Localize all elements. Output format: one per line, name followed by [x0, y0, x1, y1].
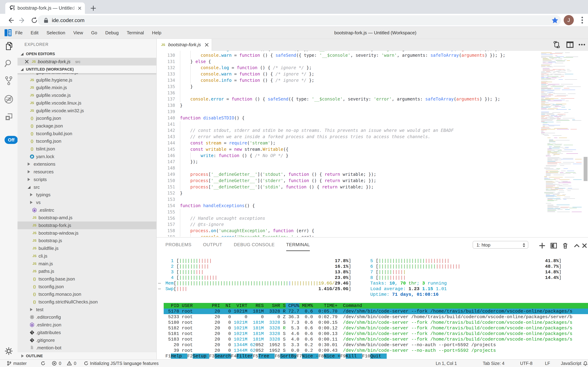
tree-item-.editorconfig[interactable]: .editorconfig [17, 313, 156, 321]
tree-item-.mention-bot[interactable]: .mention-bot [17, 344, 156, 352]
explorer-icon[interactable] [4, 41, 14, 51]
tree-item-src[interactable]: src [17, 183, 156, 191]
menu-terminal[interactable]: Terminal [123, 27, 148, 39]
reload-icon[interactable] [31, 17, 38, 24]
branch-name[interactable]: master [13, 360, 27, 367]
tree-item-gulpfile.hygiene.js[interactable]: JSgulpfile.hygiene.js [17, 76, 156, 84]
source-control-icon[interactable] [4, 76, 14, 85]
panel-tab-output[interactable]: OUTPUT [203, 238, 222, 252]
section-open-editors[interactable]: OPEN EDITORS [17, 50, 156, 58]
forward-icon[interactable] [19, 17, 26, 24]
tree-item-resources[interactable]: resources [17, 168, 156, 176]
code-editor[interactable]: 129console.log = function () { safeSend(… [157, 51, 540, 237]
tree-item-.gitattributes[interactable]: .gitattributes [17, 329, 156, 336]
tree-item-vs[interactable]: vs [17, 199, 156, 206]
tree-item-yarn.lock[interactable]: yarn.lock [17, 153, 156, 160]
tree-item-gulpfile.vscode.linux.js[interactable]: JSgulpfile.vscode.linux.js [17, 99, 156, 107]
editor-tab-close-icon[interactable] [204, 42, 209, 47]
tree-item-gulpfile.vscode.js[interactable]: JSgulpfile.vscode.js [17, 92, 156, 99]
notifications-bell-icon[interactable] [583, 361, 588, 366]
tab-size[interactable]: Tab Size: 4 [483, 360, 505, 367]
search-icon[interactable] [4, 58, 14, 68]
tree-item-test[interactable]: test [17, 306, 156, 313]
tree-item-paths.js[interactable]: JSpaths.js [17, 267, 156, 275]
tree-item-main.js[interactable]: JSmain.js [17, 260, 156, 267]
menu-debug[interactable]: Debug [101, 27, 123, 39]
eol[interactable]: LF [545, 360, 550, 367]
panel-tab-terminal[interactable]: TERMINAL [286, 238, 310, 251]
tree-item-jsconfig.json[interactable]: {}jsconfig.json [17, 114, 156, 122]
tree-item-bootstrap-amd.js[interactable]: JSbootstrap-amd.js [17, 214, 156, 222]
tree-item-tsconfig.build.json[interactable]: {}tsconfig.build.json [17, 130, 156, 137]
off-badge[interactable]: Off [5, 136, 18, 144]
tree-item-extensions[interactable]: extensions [17, 160, 156, 168]
tree-item-tsconfig.json[interactable]: {}tsconfig.json [17, 283, 156, 291]
tree-item-typings[interactable]: typings [17, 191, 156, 199]
terminal-htop[interactable]: 1 [|||||||||||| 17.8%] 5 [||||||||||||||… [157, 252, 588, 360]
bookmark-star-icon[interactable] [551, 17, 559, 24]
section-outline[interactable]: OUTLINE [17, 352, 156, 360]
cursor-position[interactable]: Ln 1, Col 1 [436, 360, 457, 367]
open-editor-row[interactable]: JS bootstrap-fork.js src [17, 58, 156, 66]
panel-tab-problems[interactable]: PROBLEMS [166, 238, 191, 252]
tree-item-tsconfig.base.json[interactable]: {}tsconfig.base.json [17, 275, 156, 283]
tree-item-gulpfile.vscode.win32.js[interactable]: JSgulpfile.vscode.win32.js [17, 107, 156, 115]
errors-count[interactable]: 0 [59, 360, 61, 367]
tree-item-bootstrap-fork.js[interactable]: JSbootstrap-fork.js [17, 222, 156, 229]
close-panel-icon[interactable] [581, 242, 588, 249]
split-terminal-icon[interactable] [550, 242, 557, 249]
errors-icon[interactable] [52, 361, 57, 366]
tree-item-tsconfig.monaco.json[interactable]: {}tsconfig.monaco.json [17, 290, 156, 298]
tree-item-buildfile.js[interactable]: JSbuildfile.js [17, 244, 156, 252]
open-changes-icon[interactable] [553, 41, 561, 49]
menu-file[interactable]: File [11, 27, 27, 39]
tab-close-icon[interactable] [77, 5, 83, 11]
browser-menu-icon[interactable] [579, 16, 586, 24]
kill-terminal-icon[interactable] [562, 242, 569, 249]
tree-item-bootstrap.js[interactable]: JSbootstrap.js [17, 237, 156, 244]
menu-view[interactable]: View [69, 27, 87, 39]
warnings-count[interactable]: 0 [74, 360, 76, 367]
warnings-icon[interactable] [67, 361, 72, 366]
omnibox[interactable]: ide.coder.com [38, 15, 561, 25]
sync-icon[interactable] [41, 361, 46, 366]
terminal-select[interactable]: 1: htop [473, 241, 528, 249]
url-text[interactable]: ide.coder.com [52, 15, 84, 25]
editor-tab-active[interactable]: JS bootstrap-fork.js [157, 39, 212, 51]
new-tab-button[interactable] [90, 5, 97, 12]
tree-item-.eslintrc.json[interactable]: .eslintrc.json [17, 321, 156, 329]
editor-more-actions-icon[interactable] [578, 41, 586, 49]
close-editor-icon[interactable] [24, 59, 29, 64]
debug-icon[interactable] [4, 94, 14, 104]
tree-item-tsconfig.json[interactable]: {}tsconfig.json [17, 137, 156, 145]
editor-scrollbar[interactable] [584, 157, 588, 181]
new-terminal-icon[interactable] [539, 242, 546, 249]
split-editor-icon[interactable] [566, 41, 574, 49]
tree-item-bootstrap-window.js[interactable]: JSbootstrap-window.js [17, 229, 156, 237]
minimap-line [567, 171, 574, 171]
tree-item-gulpfile.mixin.js[interactable]: JSgulpfile.mixin.js [17, 84, 156, 92]
settings-gear-icon[interactable] [4, 346, 14, 356]
lock-icon[interactable] [44, 18, 48, 23]
menu-go[interactable]: Go [87, 27, 101, 39]
tree-item-cli.js[interactable]: JScli.js [17, 252, 156, 260]
extensions-icon[interactable] [4, 112, 14, 122]
maximize-panel-icon[interactable] [573, 242, 580, 249]
tree-item-.eslintrc[interactable]: .eslintrc [17, 206, 156, 214]
menu-selection[interactable]: Selection [42, 27, 69, 39]
section-workspace[interactable]: UNTITLED (WORKSPACE) [17, 66, 156, 73]
minimap[interactable] [540, 51, 583, 237]
tree-item-tsconfig.strictNullChecks.json[interactable]: {}tsconfig.strictNullChecks.json [17, 298, 156, 306]
language-mode[interactable]: JavaScript [561, 360, 581, 367]
encoding[interactable]: UTF-8 [520, 360, 532, 367]
back-icon[interactable] [7, 17, 14, 24]
avatar[interactable]: J [564, 15, 574, 25]
tree-item-tslint.json[interactable]: {}tslint.json [17, 145, 156, 153]
menu-edit[interactable]: Edit [27, 27, 42, 39]
menu-help[interactable]: Help [148, 27, 165, 39]
tree-item-.gitignore[interactable]: .gitignore [17, 336, 156, 344]
browser-tab[interactable]: bootstrap-fork.js — Untitled (W [5, 2, 85, 14]
tree-item-scripts[interactable]: scripts [17, 176, 156, 183]
panel-tab-debug-console[interactable]: DEBUG CONSOLE [234, 238, 274, 252]
tree-item-package.json[interactable]: {}package.json [17, 122, 156, 130]
